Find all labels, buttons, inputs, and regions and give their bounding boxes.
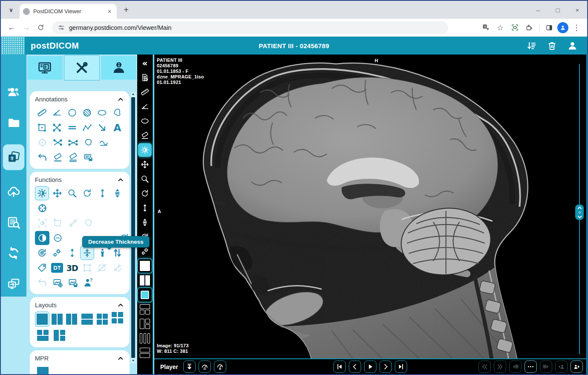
parallel-icon[interactable] <box>65 121 79 135</box>
rotate-icon[interactable] <box>80 186 94 200</box>
angle-icon[interactable] <box>138 100 152 113</box>
vertical-scroll-icon[interactable] <box>95 186 109 200</box>
sidebar-item-folder[interactable] <box>3 113 25 132</box>
sort-list-icon[interactable] <box>524 39 539 53</box>
back-icon[interactable]: ← <box>5 21 18 34</box>
select-box-off-icon[interactable] <box>95 261 109 275</box>
tab-close-icon[interactable]: × <box>106 8 113 15</box>
speed-down-icon[interactable] <box>199 361 211 373</box>
ellipse-icon[interactable] <box>138 114 152 128</box>
chevron-up-icon[interactable] <box>117 355 124 362</box>
vlay-left2-icon[interactable] <box>138 317 152 331</box>
bone-icon[interactable] <box>66 216 80 230</box>
rect-roi-icon[interactable] <box>35 121 49 135</box>
ruler-icon[interactable] <box>35 106 49 120</box>
lay-1x2-icon[interactable] <box>50 312 64 327</box>
undo-icon[interactable] <box>35 276 49 290</box>
next-patient-icon[interactable] <box>571 361 583 373</box>
report-view-icon[interactable] <box>138 71 152 84</box>
chevron-up-icon[interactable] <box>117 176 124 184</box>
lay-1x1-icon[interactable] <box>35 312 49 327</box>
window-level-icon[interactable] <box>35 186 49 200</box>
maximize-button[interactable]: □ <box>548 1 568 19</box>
vlay-1x1-icon[interactable] <box>138 259 152 273</box>
extensions-icon[interactable] <box>523 21 536 34</box>
flow-angle-icon[interactable] <box>66 136 80 150</box>
chevron-up-icon[interactable] <box>117 95 124 103</box>
image-save-icon[interactable] <box>66 276 80 290</box>
three-d-icon[interactable]: 3D <box>65 261 79 275</box>
stack-scroll-icon[interactable] <box>138 216 152 229</box>
closed-freehand-icon[interactable] <box>81 136 95 150</box>
target-icon[interactable] <box>35 136 49 150</box>
save-annotation-icon[interactable] <box>81 150 95 164</box>
lay-1x3-icon[interactable] <box>65 312 79 327</box>
close-button[interactable]: × <box>568 1 587 19</box>
bookmark-star-icon[interactable]: ☆ <box>494 21 507 34</box>
tab-search-chevron-icon[interactable]: ∨ <box>5 4 17 16</box>
eraser-double-icon[interactable] <box>66 150 80 164</box>
freehand-region-icon[interactable] <box>81 216 95 230</box>
sidebar-item-sync[interactable] <box>3 244 25 262</box>
site-settings-icon[interactable] <box>58 24 65 31</box>
open-angle-icon[interactable] <box>50 136 65 150</box>
image-viewport[interactable]: PATIENT III0245678901.01.1853 - Fdzne_MP… <box>154 55 586 358</box>
tag-icon[interactable] <box>35 261 49 275</box>
series-forward-icon[interactable] <box>494 361 506 373</box>
lay-2top-1bottom-icon[interactable] <box>35 328 51 343</box>
chevron-up-icon[interactable] <box>117 301 124 309</box>
zoom-icon[interactable] <box>138 172 152 186</box>
address-bar[interactable]: germany.postdicom.com/Viewer/Main <box>52 21 448 34</box>
lay-3x3-icon[interactable] <box>110 312 124 327</box>
window-level-icon[interactable] <box>138 143 152 157</box>
vlay-current-icon[interactable] <box>138 288 152 302</box>
vlay-2over2-icon[interactable] <box>138 303 152 316</box>
sidebar-item-users[interactable] <box>3 83 25 101</box>
increase-thickness-icon[interactable] <box>65 246 79 260</box>
panel-scrollbar[interactable]: ▲ ▼ <box>131 92 135 363</box>
screenshot-icon[interactable] <box>508 21 521 34</box>
prev-series-grid-icon[interactable] <box>509 361 522 373</box>
sort-updown-icon[interactable] <box>110 246 124 260</box>
bone-rotate-icon[interactable] <box>110 261 124 275</box>
prev-patient-icon[interactable] <box>555 361 568 373</box>
scrollbar-thumb[interactable] <box>131 97 135 358</box>
cross-icon[interactable] <box>50 121 64 135</box>
play-icon[interactable] <box>364 361 377 373</box>
ellipse-icon[interactable] <box>95 106 109 120</box>
forward-icon[interactable]: → <box>20 21 32 34</box>
pan-icon[interactable] <box>50 186 64 200</box>
next-series-grid-icon[interactable] <box>540 361 552 373</box>
sidebar-item-images[interactable] <box>3 144 25 170</box>
play-direction-icon[interactable] <box>183 361 196 373</box>
side-panel-icon[interactable] <box>543 21 556 34</box>
first-image-icon[interactable] <box>334 361 346 373</box>
crop-icon[interactable] <box>50 216 65 230</box>
tab-patient-info[interactable] <box>101 56 136 80</box>
circle-icon[interactable] <box>65 106 79 120</box>
vlay-1x2-icon[interactable] <box>138 274 152 287</box>
decrease-circle-icon[interactable] <box>50 231 65 245</box>
crosshair-icon[interactable] <box>35 201 49 215</box>
person-question-icon[interactable]: ? <box>81 276 95 290</box>
invert-icon[interactable] <box>35 231 49 245</box>
spline-icon[interactable] <box>96 136 111 150</box>
reset-settings-icon[interactable] <box>35 246 49 260</box>
tab-viewer-monitor[interactable] <box>27 56 63 80</box>
translate-icon[interactable]: G <box>479 21 492 34</box>
last-image-icon[interactable] <box>395 361 407 373</box>
tab-tools[interactable] <box>64 55 100 81</box>
lay-2x1-icon[interactable] <box>80 312 94 327</box>
freehand-icon[interactable] <box>110 106 124 120</box>
recycle-bin-icon[interactable] <box>545 39 559 53</box>
image-settings-icon[interactable] <box>50 276 65 290</box>
text-a-icon[interactable]: A <box>110 121 124 135</box>
select-box-icon[interactable] <box>80 261 94 275</box>
arrow-icon[interactable] <box>95 121 109 135</box>
lay-1left-2right-icon[interactable] <box>52 328 67 343</box>
account-icon[interactable] <box>565 39 579 53</box>
ruler-icon[interactable] <box>138 85 152 99</box>
sidebar-item-transfer[interactable] <box>3 274 25 293</box>
vlay-3v-icon[interactable] <box>138 332 152 345</box>
speed-up-icon[interactable] <box>214 361 226 373</box>
